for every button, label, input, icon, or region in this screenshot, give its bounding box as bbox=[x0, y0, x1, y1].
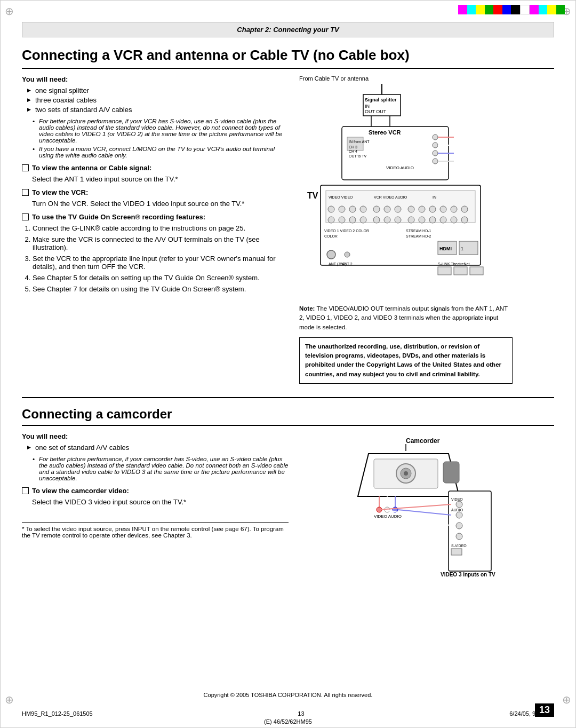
svg-text:CH 3: CH 3 bbox=[349, 145, 357, 149]
section2-you-will-need: You will need: bbox=[22, 432, 289, 440]
svg-text:STREAM HD-1: STREAM HD-1 bbox=[406, 229, 431, 233]
svg-text:IN from ANT: IN from ANT bbox=[349, 140, 370, 144]
svg-point-45 bbox=[360, 217, 366, 223]
svg-text:VIDEO 1  VIDEO 2  COLOR: VIDEO 1 VIDEO 2 COLOR bbox=[324, 229, 369, 233]
checkbox-antenna-label: To view the antenna or Cable signal: bbox=[32, 164, 151, 172]
svg-text:Signal splitter: Signal splitter bbox=[365, 97, 397, 102]
svg-text:VIDEO 3 inputs on TV right sid: VIDEO 3 inputs on TV right side panel bbox=[441, 572, 497, 577]
svg-point-17 bbox=[433, 159, 438, 164]
svg-text:STREAM HD-2: STREAM HD-2 bbox=[406, 234, 431, 238]
step-1: Connect the G-LINK® cable according to t… bbox=[33, 224, 289, 232]
checkbox-vcr-label: To view the VCR: bbox=[32, 188, 88, 196]
svg-text:OUT to TV: OUT to TV bbox=[349, 154, 367, 158]
footer-center: 13 bbox=[298, 710, 304, 717]
checkbox-cam-content: Select the VIDEO 3 video input source on… bbox=[32, 498, 289, 506]
svg-point-89 bbox=[456, 523, 462, 529]
svg-point-47 bbox=[384, 217, 390, 223]
svg-point-43 bbox=[339, 217, 345, 223]
footer-left: HM95_R1_012-25_061505 bbox=[22, 710, 93, 717]
checkbox-antenna-content: Select the ANT 1 video input source on t… bbox=[32, 175, 289, 183]
section1-bullet-list: one signal splitter three coaxial cables… bbox=[22, 86, 289, 114]
svg-point-53 bbox=[451, 217, 457, 223]
checkbox-cam-box[interactable] bbox=[22, 487, 29, 494]
svg-point-15 bbox=[433, 143, 438, 148]
svg-point-41 bbox=[461, 206, 468, 212]
svg-point-35 bbox=[395, 206, 401, 212]
bullet-signal-splitter: one signal splitter bbox=[27, 86, 289, 94]
svg-point-52 bbox=[440, 217, 446, 223]
step-4: See Chapter 5 for details on setting up … bbox=[33, 274, 289, 282]
svg-point-37 bbox=[419, 206, 425, 212]
chapter-header: Chapter 2: Connecting your TV bbox=[22, 22, 554, 37]
svg-text:HDMI: HDMI bbox=[439, 246, 452, 251]
svg-text:COLOR: COLOR bbox=[324, 234, 338, 238]
section1-numbered-list: Connect the G-LINK® cable according to t… bbox=[22, 224, 289, 293]
warning-box: The unauthorized recording, use, distrib… bbox=[299, 337, 513, 384]
svg-point-90 bbox=[456, 533, 462, 540]
svg-text:S-LINK  TheatreNet: S-LINK TheatreNet bbox=[438, 262, 469, 266]
svg-text:OUT  OUT: OUT OUT bbox=[365, 109, 387, 114]
svg-point-77 bbox=[404, 471, 408, 476]
svg-rect-78 bbox=[443, 462, 459, 483]
bullet-av-cables: two sets of standard A/V cables bbox=[27, 106, 289, 114]
svg-point-30 bbox=[339, 206, 345, 212]
svg-text:IN: IN bbox=[433, 195, 436, 199]
svg-point-54 bbox=[461, 217, 468, 223]
section1-right: From Cable TV or antenna Signal splitter… bbox=[299, 75, 513, 384]
section2-bullet-list: one set of standard A/V cables bbox=[22, 444, 289, 452]
svg-point-49 bbox=[408, 217, 414, 223]
color-bar bbox=[458, 5, 565, 14]
svg-point-42 bbox=[328, 217, 334, 223]
svg-text:VIDEO: VIDEO bbox=[451, 497, 463, 501]
footnote: * To select the video input source, pres… bbox=[22, 522, 289, 539]
svg-point-63 bbox=[327, 250, 335, 259]
svg-text:VIDEO  AUDIO: VIDEO AUDIO bbox=[374, 514, 402, 519]
svg-rect-70 bbox=[470, 267, 483, 275]
svg-point-39 bbox=[440, 206, 446, 212]
svg-point-36 bbox=[408, 206, 414, 212]
checkbox-cam-label: To view the camcorder video: bbox=[32, 487, 129, 495]
copyright: Copyright © 2005 TOSHIBA CORPORATION. Al… bbox=[1, 692, 575, 698]
svg-point-48 bbox=[395, 217, 401, 223]
svg-point-44 bbox=[349, 217, 356, 223]
sub-note-cam-svideo: For better picture performance, if your … bbox=[33, 456, 289, 481]
svg-point-50 bbox=[419, 217, 425, 223]
svg-point-34 bbox=[384, 206, 390, 212]
note-content: The VIDEO/AUDIO OUT terminals output sig… bbox=[299, 305, 508, 330]
checkbox-vcr-content: Turn ON the VCR. Select the VIDEO 1 vide… bbox=[32, 200, 289, 208]
note-section: Note: The VIDEO/AUDIO OUT terminals outp… bbox=[299, 304, 513, 332]
svg-point-88 bbox=[456, 512, 462, 518]
svg-point-32 bbox=[360, 206, 366, 212]
checkbox-antenna: To view the antenna or Cable signal: bbox=[22, 164, 289, 172]
svg-point-14 bbox=[433, 134, 438, 140]
svg-rect-69 bbox=[454, 267, 467, 275]
svg-point-51 bbox=[429, 217, 436, 223]
svg-point-64 bbox=[345, 252, 350, 257]
sub-note-svideo: For better picture performance, if your … bbox=[33, 118, 289, 144]
checkbox-guide-box[interactable] bbox=[22, 213, 29, 220]
svg-text:Stereo VCR: Stereo VCR bbox=[369, 129, 401, 136]
svg-text:IN: IN bbox=[365, 104, 370, 109]
section2-sub-bullets: For better picture performance, if your … bbox=[22, 456, 289, 481]
svg-point-31 bbox=[349, 206, 356, 212]
section1-left: You will need: one signal splitter three… bbox=[22, 75, 289, 384]
svg-point-29 bbox=[328, 206, 334, 212]
vcr-svg: Signal splitter IN OUT OUT Stereo VCR bbox=[299, 84, 497, 297]
svg-text:ANT 2: ANT 2 bbox=[342, 262, 353, 266]
camcorder-diagram: Camcorder bbox=[299, 432, 513, 583]
svg-line-97 bbox=[379, 504, 451, 510]
checkbox-antenna-box[interactable] bbox=[22, 164, 29, 171]
reg-mark-tl: ⊕ bbox=[5, 5, 14, 18]
svg-point-87 bbox=[456, 501, 462, 508]
svg-point-16 bbox=[433, 151, 438, 156]
section2-title: Connecting a camcorder bbox=[22, 407, 554, 426]
from-cable-label: From Cable TV or antenna bbox=[299, 75, 513, 82]
section1-title: Connecting a VCR and antenna or Cable TV… bbox=[22, 47, 554, 69]
note-label: Note: bbox=[299, 305, 315, 312]
checkbox-guide: To use the TV Guide On Screen® recording… bbox=[22, 213, 289, 221]
step-5: See Chapter 7 for details on using the T… bbox=[33, 285, 289, 293]
checkbox-vcr-box[interactable] bbox=[22, 189, 29, 196]
svg-rect-86 bbox=[449, 491, 491, 571]
svg-text:VIDEO  VIDEO: VIDEO VIDEO bbox=[329, 195, 353, 199]
sub-note-mono: If you have a mono VCR, connect L/MONO o… bbox=[33, 146, 289, 159]
